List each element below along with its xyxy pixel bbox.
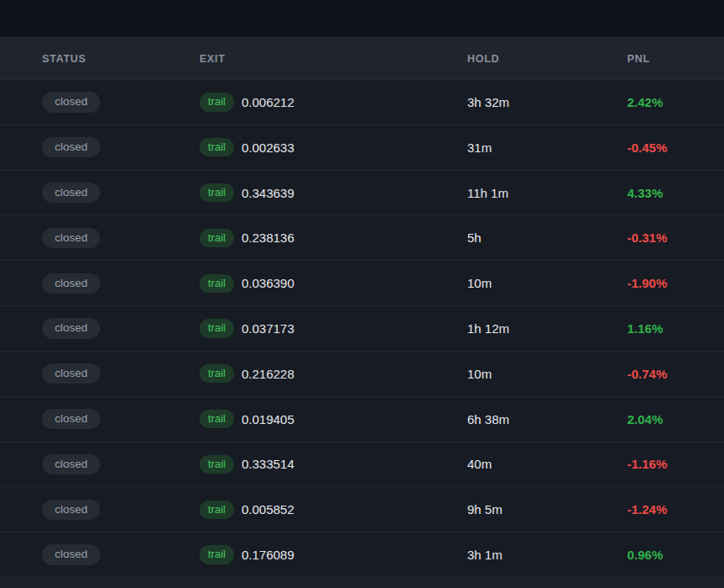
exit-type-badge: trail bbox=[200, 501, 234, 519]
pnl-value: 2.04% bbox=[627, 412, 724, 426]
status-cell: closed bbox=[42, 318, 200, 338]
status-cell: closed bbox=[42, 500, 200, 520]
exit-type-badge: trail bbox=[200, 364, 234, 383]
hold-duration: 5h bbox=[467, 230, 627, 245]
status-badge: closed bbox=[42, 318, 100, 338]
hold-duration: 31m bbox=[467, 140, 627, 155]
exit-cell: trail 0.019405 bbox=[200, 410, 467, 428]
exit-value: 0.333514 bbox=[242, 457, 295, 471]
exit-cell: trail 0.005852 bbox=[200, 501, 467, 519]
exit-cell: trail 0.216228 bbox=[200, 364, 467, 383]
exit-type-badge: trail bbox=[200, 138, 234, 156]
hold-duration: 3h 1m bbox=[467, 548, 627, 562]
hold-duration: 11h 1m bbox=[467, 186, 627, 200]
status-badge: closed bbox=[42, 92, 100, 112]
status-badge: closed bbox=[42, 363, 100, 384]
status-badge: closed bbox=[42, 454, 100, 474]
exit-value: 0.002633 bbox=[242, 140, 295, 155]
column-header-status: STATUS bbox=[42, 53, 200, 65]
table-row[interactable]: closed trail 0.238136 5h -0.31% bbox=[0, 215, 724, 261]
table-row[interactable]: closed trail 0.216228 10m -0.74% bbox=[0, 352, 724, 397]
exit-type-badge: trail bbox=[200, 455, 234, 474]
status-badge: closed bbox=[42, 500, 100, 520]
hold-duration: 3h 32m bbox=[467, 95, 627, 109]
trades-table: STATUS EXIT HOLD PNL closed trail 0.0062… bbox=[0, 0, 724, 588]
table-row[interactable]: closed trail 0.036390 10m -1.90% bbox=[0, 261, 724, 306]
hold-duration: 1h 12m bbox=[467, 321, 627, 336]
status-cell: closed bbox=[42, 454, 200, 474]
exit-cell: trail 0.002633 bbox=[200, 138, 467, 156]
hold-duration: 10m bbox=[467, 276, 627, 290]
table-row[interactable]: closed trail 0.002633 31m -0.45% bbox=[0, 125, 724, 171]
column-header-pnl: PNL bbox=[627, 53, 724, 65]
status-badge: closed bbox=[42, 409, 100, 429]
exit-type-badge: trail bbox=[200, 319, 234, 337]
exit-cell: trail 0.037173 bbox=[200, 319, 467, 337]
status-cell: closed bbox=[42, 137, 200, 157]
pnl-value: -0.74% bbox=[627, 367, 724, 381]
pnl-value: -0.45% bbox=[627, 140, 724, 155]
exit-cell: trail 0.176089 bbox=[200, 545, 467, 564]
pnl-value: -1.24% bbox=[627, 502, 724, 516]
exit-type-badge: trail bbox=[200, 410, 234, 428]
status-badge: closed bbox=[42, 228, 100, 248]
table-row[interactable]: closed trail 0.037173 1h 12m 1.16% bbox=[0, 306, 724, 352]
status-badge: closed bbox=[42, 544, 100, 564]
exit-value: 0.037173 bbox=[242, 321, 295, 336]
table-body: closed trail 0.006212 3h 32m 2.42% close… bbox=[0, 80, 724, 578]
table-row[interactable]: closed trail 0.019405 6h 38m 2.04% bbox=[0, 397, 724, 442]
exit-value: 0.019405 bbox=[242, 412, 295, 426]
exit-value: 0.036390 bbox=[242, 276, 295, 290]
status-badge: closed bbox=[42, 137, 100, 157]
pnl-value: -1.16% bbox=[627, 457, 724, 471]
table-row[interactable]: closed trail 0.343639 11h 1m 4.33% bbox=[0, 171, 724, 216]
column-header-hold: HOLD bbox=[467, 53, 627, 65]
hold-duration: 6h 38m bbox=[467, 412, 627, 426]
exit-type-badge: trail bbox=[200, 229, 234, 247]
table-row[interactable]: closed trail 0.333514 40m -1.16% bbox=[0, 442, 724, 488]
exit-type-badge: trail bbox=[200, 93, 234, 111]
exit-cell: trail 0.036390 bbox=[200, 274, 467, 293]
pnl-value: -1.90% bbox=[627, 276, 724, 290]
exit-value: 0.176089 bbox=[242, 548, 295, 562]
status-cell: closed bbox=[42, 228, 200, 248]
pnl-value: -0.31% bbox=[627, 230, 724, 245]
table-header: STATUS EXIT HOLD PNL bbox=[0, 37, 724, 80]
exit-value: 0.216228 bbox=[242, 367, 295, 381]
status-cell: closed bbox=[42, 363, 200, 384]
pnl-value: 4.33% bbox=[627, 186, 724, 200]
exit-value: 0.005852 bbox=[242, 502, 295, 516]
exit-type-badge: trail bbox=[200, 183, 234, 202]
top-bar bbox=[0, 0, 724, 37]
pnl-value: 0.96% bbox=[627, 548, 724, 562]
hold-duration: 10m bbox=[467, 367, 627, 381]
table-row[interactable]: closed trail 0.006212 3h 32m 2.42% bbox=[0, 80, 724, 125]
exit-type-badge: trail bbox=[200, 545, 234, 564]
exit-value: 0.343639 bbox=[242, 186, 295, 200]
exit-cell: trail 0.238136 bbox=[200, 229, 467, 247]
hold-duration: 40m bbox=[467, 457, 627, 471]
status-badge: closed bbox=[42, 183, 100, 203]
status-badge: closed bbox=[42, 273, 100, 294]
pnl-value: 2.42% bbox=[627, 95, 724, 109]
exit-value: 0.238136 bbox=[242, 230, 295, 245]
column-header-exit: EXIT bbox=[200, 53, 467, 65]
table-row[interactable]: closed trail 0.176089 3h 1m 0.96% bbox=[0, 532, 724, 578]
status-cell: closed bbox=[42, 544, 200, 564]
status-cell: closed bbox=[42, 273, 200, 294]
footer-bar bbox=[0, 578, 724, 588]
status-cell: closed bbox=[42, 183, 200, 203]
exit-cell: trail 0.343639 bbox=[200, 183, 467, 202]
exit-value: 0.006212 bbox=[242, 95, 295, 109]
exit-cell: trail 0.006212 bbox=[200, 93, 467, 111]
table-row[interactable]: closed trail 0.005852 9h 5m -1.24% bbox=[0, 487, 724, 532]
exit-cell: trail 0.333514 bbox=[200, 455, 467, 474]
status-cell: closed bbox=[42, 92, 200, 112]
status-cell: closed bbox=[42, 409, 200, 429]
exit-type-badge: trail bbox=[200, 274, 234, 293]
pnl-value: 1.16% bbox=[627, 321, 724, 336]
hold-duration: 9h 5m bbox=[467, 502, 627, 516]
